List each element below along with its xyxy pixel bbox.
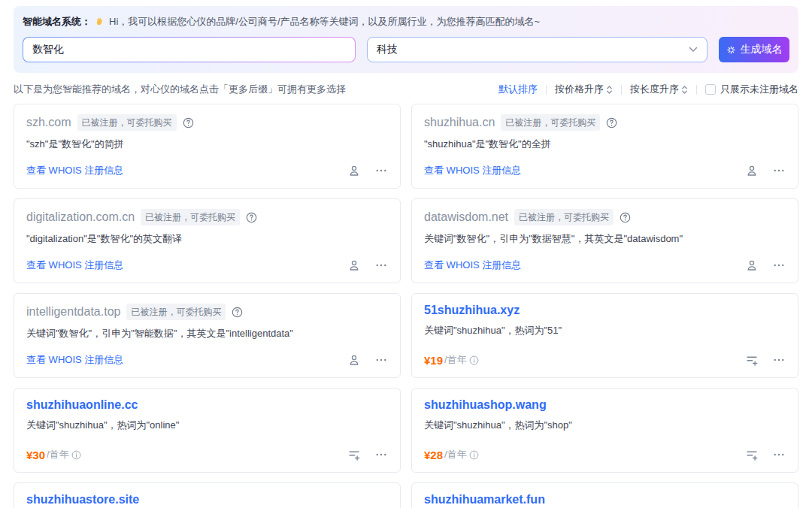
help-circle-icon[interactable] xyxy=(606,117,617,129)
generate-domain-button-label: 生成域名 xyxy=(741,43,783,56)
help-circle-icon[interactable] xyxy=(246,212,257,223)
domain-card-head: shuzhihuastore.site xyxy=(26,493,388,506)
price-period: /首年 xyxy=(444,353,467,367)
domain-card-foot-left: ¥28 /首年 xyxy=(424,448,479,461)
domain-name[interactable]: digitalization.com.cn xyxy=(26,210,135,224)
chevron-down-icon xyxy=(689,47,698,53)
domain-card-foot: ¥30 /首年 xyxy=(26,448,388,461)
info-circle-icon[interactable] xyxy=(71,450,81,460)
add-to-list-icon[interactable] xyxy=(347,448,361,461)
price-period: /首年 xyxy=(444,448,467,461)
more-actions-icon[interactable] xyxy=(772,164,786,177)
domain-card-actions xyxy=(347,259,388,272)
sort-default-label: 默认排序 xyxy=(498,83,538,96)
assistant-intro-row: 智能域名系统： Hi，我可以根据您心仪的品牌/公司商号/产品名称等关键词，以及所… xyxy=(23,15,789,29)
more-actions-icon[interactable] xyxy=(374,259,388,272)
domain-card-head: 51shuzhihua.xyz xyxy=(424,304,786,317)
domain-card-actions xyxy=(745,259,786,272)
more-actions-icon[interactable] xyxy=(772,259,786,272)
results-tip: 以下是为您智能推荐的域名，对心仪的域名点击「更多后缀」可拥有更多选择 xyxy=(14,83,346,96)
domain-name[interactable]: shuzhihuaonline.cc xyxy=(26,398,138,412)
domain-name[interactable]: shuzhihuamarket.fun xyxy=(424,493,545,506)
domain-card-foot-left: ¥19 /首年 xyxy=(424,353,479,367)
industry-select-value: 科技 xyxy=(377,43,398,56)
add-to-list-icon[interactable] xyxy=(745,353,759,367)
more-actions-icon[interactable] xyxy=(374,353,388,367)
unregistered-filter-label: 只展示未注册域名 xyxy=(720,83,798,96)
domain-card-head: shuzhihuaonline.cc xyxy=(26,398,388,412)
whois-link[interactable]: 查看 WHOIS 注册信息 xyxy=(26,259,123,272)
unregistered-filter-checkbox[interactable] xyxy=(705,84,716,95)
domain-name[interactable]: datawisdom.net xyxy=(424,210,508,224)
price-amount: ¥28 xyxy=(424,449,443,461)
info-circle-icon[interactable] xyxy=(469,355,479,365)
whois-link[interactable]: 查看 WHOIS 注册信息 xyxy=(424,259,521,272)
sort-default[interactable]: 默认排序 xyxy=(498,83,538,96)
generate-domain-button[interactable]: 生成域名 xyxy=(719,37,789,62)
registered-badge: 已被注册，可委托购买 xyxy=(77,114,177,131)
sparkle-icon xyxy=(726,45,736,55)
domain-card-actions xyxy=(745,448,786,461)
whois-link[interactable]: 查看 WHOIS 注册信息 xyxy=(26,353,123,367)
domain-name[interactable]: intelligentdata.top xyxy=(26,305,120,319)
domain-card-foot-left: ¥30 /首年 xyxy=(26,448,81,461)
domain-card-head: digitalization.com.cn 已被注册，可委托购买 xyxy=(26,209,388,225)
unregistered-filter[interactable]: 只展示未注册域名 xyxy=(705,83,798,96)
help-circle-icon[interactable] xyxy=(232,307,243,318)
domain-card: shuzhihuaonline.cc 关键词"shuzhihua"，热词为"on… xyxy=(14,388,401,473)
domain-name[interactable]: shuzhihuastore.site xyxy=(26,493,139,506)
domain-card-foot: 查看 WHOIS 注册信息 xyxy=(26,259,388,272)
delegate-buy-icon[interactable] xyxy=(347,353,361,367)
keyword-input[interactable] xyxy=(23,37,356,62)
domain-name[interactable]: shuzhihuashop.wang xyxy=(424,398,547,412)
domain-card-actions xyxy=(745,164,786,177)
price-amount: ¥30 xyxy=(26,449,45,461)
registered-badge: 已被注册，可委托购买 xyxy=(501,114,600,131)
domain-name[interactable]: szh.com xyxy=(26,116,71,129)
domain-card-foot: ¥28 /首年 xyxy=(424,448,786,461)
sort-by-price[interactable]: 按价格升序 xyxy=(555,83,613,96)
delegate-buy-icon[interactable] xyxy=(745,259,759,272)
domain-card-foot: 查看 WHOIS 注册信息 xyxy=(424,259,786,272)
domain-card-grid: szh.com 已被注册，可委托购买 "szh"是"数智化"的简拼 查看 WHO… xyxy=(14,104,798,508)
divider xyxy=(621,85,622,95)
domain-card: digitalization.com.cn 已被注册，可委托购买 "digita… xyxy=(14,198,401,283)
divider xyxy=(546,85,547,95)
delegate-buy-icon[interactable] xyxy=(347,164,361,177)
domain-price: ¥28 /首年 xyxy=(424,448,479,461)
delegate-buy-icon[interactable] xyxy=(347,259,361,272)
help-circle-icon[interactable] xyxy=(620,212,631,223)
domain-card: shuzhihua.cn 已被注册，可委托购买 "shuzhihua"是"数智化… xyxy=(411,104,798,189)
more-actions-icon[interactable] xyxy=(772,353,786,367)
domain-card: shuzhihuastore.site 关键词"shuzhihua"，热词为"s… xyxy=(14,482,401,508)
info-circle-icon[interactable] xyxy=(469,450,479,460)
add-to-list-icon[interactable] xyxy=(745,448,759,461)
domain-name[interactable]: 51shuzhihua.xyz xyxy=(424,304,520,317)
domain-card: intelligentdata.top 已被注册，可委托购买 关键词"数智化"，… xyxy=(14,293,401,378)
domain-card-foot: 查看 WHOIS 注册信息 xyxy=(26,353,388,367)
domain-card: shuzhihuamarket.fun 关键词"shuzhihua"，热词为"m… xyxy=(411,482,798,508)
more-actions-icon[interactable] xyxy=(374,448,388,461)
results-header: 以下是为您智能推荐的域名，对心仪的域名点击「更多后缀」可拥有更多选择 默认排序 … xyxy=(14,83,798,96)
domain-card-head: datawisdom.net 已被注册，可委托购买 xyxy=(424,209,786,225)
registered-badge: 已被注册，可委托购买 xyxy=(514,209,614,225)
domain-card-foot-left: 查看 WHOIS 注册信息 xyxy=(26,259,123,272)
waving-hand-icon xyxy=(95,17,105,27)
help-circle-icon[interactable] xyxy=(183,117,194,129)
whois-link[interactable]: 查看 WHOIS 注册信息 xyxy=(26,164,123,177)
domain-card: 51shuzhihua.xyz 关键词"shuzhihua"，热词为"51" ¥… xyxy=(411,293,798,378)
domain-card-actions xyxy=(347,448,388,461)
sort-by-length[interactable]: 按长度升序 xyxy=(630,83,688,96)
domain-description: 关键词"shuzhihua"，热词为"online" xyxy=(26,419,388,432)
domain-card-actions xyxy=(347,353,388,367)
domain-card: szh.com 已被注册，可委托购买 "szh"是"数智化"的简拼 查看 WHO… xyxy=(14,104,401,189)
industry-select[interactable]: 科技 xyxy=(367,37,707,62)
domain-card-head: intelligentdata.top 已被注册，可委托购买 xyxy=(26,304,388,320)
delegate-buy-icon[interactable] xyxy=(745,164,759,177)
more-actions-icon[interactable] xyxy=(374,164,388,177)
domain-card-head: szh.com 已被注册，可委托购买 xyxy=(26,114,388,131)
sort-arrows-icon xyxy=(606,85,613,95)
domain-name[interactable]: shuzhihua.cn xyxy=(424,116,495,129)
whois-link[interactable]: 查看 WHOIS 注册信息 xyxy=(424,164,521,177)
more-actions-icon[interactable] xyxy=(772,448,786,461)
